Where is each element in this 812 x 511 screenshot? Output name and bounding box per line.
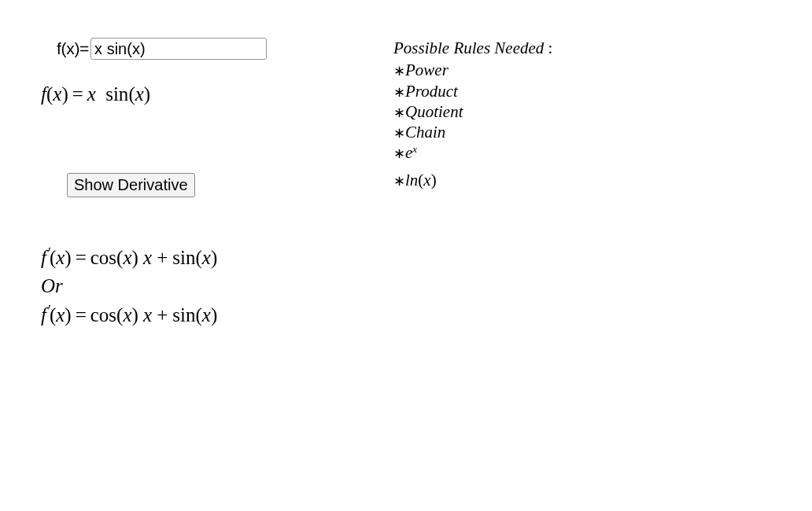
- d2-sin-open: (: [196, 304, 202, 325]
- function-input[interactable]: [90, 38, 267, 60]
- rule-ln: ∗ln(x): [393, 170, 552, 190]
- d1-sin-close: ): [211, 247, 217, 268]
- derivative-or: Or: [41, 272, 217, 300]
- rule-quotient: ∗Quotient: [393, 101, 552, 122]
- star-icon: ∗: [393, 105, 405, 120]
- rule-power-label: Power: [405, 61, 448, 79]
- rule-ln-arg: x: [423, 171, 430, 189]
- d1-sin-arg: x: [202, 247, 211, 268]
- sin-open: (: [128, 83, 135, 105]
- function-input-label: f(x)=: [57, 39, 89, 58]
- rules-colon: :: [548, 39, 553, 57]
- equals: =: [68, 83, 87, 105]
- d1-cos-close: ): [132, 247, 138, 268]
- rule-e-sup: x: [412, 143, 417, 155]
- d1-prime: ′: [48, 245, 51, 261]
- rules-panel: Possible Rules Needed : ∗Power ∗Product …: [393, 38, 552, 190]
- function-display: f(x)=x sin(x): [41, 83, 150, 105]
- rule-ln-close: ): [431, 171, 437, 189]
- rule-product: ∗Product: [393, 81, 552, 101]
- rule-quotient-label: Quotient: [405, 102, 463, 121]
- d1-close: ): [65, 247, 71, 268]
- d2-sin-arg: x: [202, 304, 211, 325]
- derivative-line-2: f′(x)=cos(x) x+sin(x): [41, 301, 217, 329]
- show-derivative-button[interactable]: Show Derivative: [67, 173, 195, 197]
- star-icon: ∗: [393, 84, 405, 100]
- d1-cos-arg: x: [123, 247, 131, 268]
- d2-cos-close: ): [132, 304, 138, 325]
- derivative-line-1: f′(x)=cos(x) x+sin(x): [41, 244, 217, 272]
- rule-power: ∗Power: [393, 60, 552, 80]
- math-x: x: [53, 83, 61, 105]
- d1-sin-open: (: [196, 247, 202, 268]
- d2-term-x: x: [143, 304, 152, 325]
- rules-title-text: Possible Rules Needed: [393, 39, 544, 57]
- d2-sin: sin: [172, 304, 195, 325]
- rule-chain-label: Chain: [405, 123, 445, 142]
- sin-arg: x: [135, 83, 144, 105]
- d2-plus: +: [152, 304, 172, 325]
- math-f: f: [41, 83, 46, 105]
- close-paren: ): [61, 83, 68, 105]
- sin-close: ): [144, 83, 150, 105]
- star-icon: ∗: [393, 125, 405, 141]
- d1-f: f: [41, 247, 46, 268]
- d1-cos: cos: [90, 247, 116, 268]
- d2-eq: =: [72, 304, 90, 325]
- rule-chain: ∗Chain: [393, 122, 552, 142]
- function-input-row: f(x)=: [57, 38, 267, 60]
- d1-term-x: x: [143, 247, 152, 268]
- rule-product-label: Product: [405, 82, 458, 101]
- space: [96, 83, 105, 105]
- d2-cos-arg: x: [123, 304, 131, 325]
- rules-title: Possible Rules Needed :: [393, 38, 552, 58]
- rule-ln-label: ln: [405, 171, 418, 189]
- show-derivative-wrap: Show Derivative: [67, 173, 195, 197]
- d2-close: ): [65, 304, 71, 325]
- d1-sin: sin: [172, 247, 195, 268]
- rule-exp: ∗ex: [393, 142, 552, 163]
- d2-cos: cos: [90, 304, 116, 325]
- d2-prime: ′: [48, 303, 51, 318]
- sin-fn: sin: [105, 83, 128, 105]
- d2-sin-close: ): [211, 304, 217, 325]
- derivative-area: f′(x)=cos(x) x+sin(x) Or f′(x)=cos(x) x+…: [41, 244, 217, 329]
- rule-e: e: [405, 143, 412, 162]
- d2-f: f: [41, 304, 46, 325]
- star-icon: ∗: [393, 173, 405, 189]
- d2-x: x: [56, 304, 65, 325]
- d1-plus: +: [152, 247, 172, 268]
- star-icon: ∗: [393, 63, 405, 79]
- star-icon: ∗: [393, 145, 405, 161]
- math-rhs-x: x: [87, 83, 96, 105]
- d1-x: x: [56, 247, 65, 268]
- d1-eq: =: [72, 247, 90, 268]
